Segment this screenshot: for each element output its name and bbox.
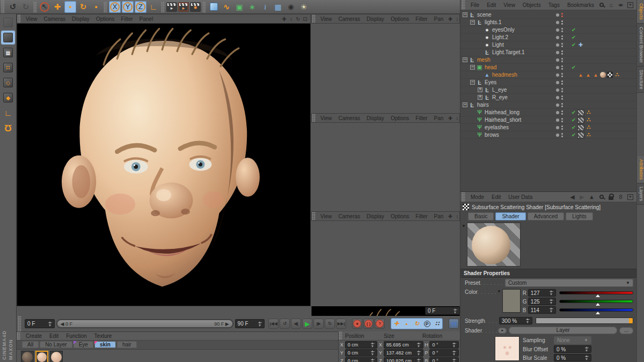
tree-row[interactable]: Hairhead_short ✔	[460, 116, 636, 124]
panel-menu[interactable]: Pan	[431, 16, 447, 23]
history-forward-icon[interactable]: ▶	[579, 194, 586, 201]
object-name[interactable]: scene	[477, 12, 492, 18]
new-panel-icon[interactable]: +	[627, 194, 634, 201]
enabled-check[interactable]: ✔	[570, 79, 577, 85]
toolbar-separator[interactable]	[161, 2, 165, 12]
tree-row[interactable]: eyelashes ✔	[460, 124, 636, 131]
material-swatch-skin[interactable]	[50, 351, 63, 362]
enabled-check[interactable]: ✔	[570, 64, 577, 70]
view-menu[interactable]: View	[317, 16, 335, 23]
color-swatch[interactable]	[502, 289, 521, 313]
tri-tag[interactable]	[592, 72, 599, 78]
function-menu[interactable]: Function	[62, 332, 90, 340]
expand-toggle[interactable]	[470, 110, 475, 115]
play-button[interactable]: ▶	[302, 319, 312, 329]
dots-tag[interactable]	[586, 109, 592, 116]
panel-tab[interactable]: Layers	[637, 183, 644, 205]
objects-menu[interactable]: Objects	[519, 1, 545, 9]
perspective-viewport[interactable]	[17, 24, 311, 306]
panel-grip[interactable]	[462, 0, 465, 10]
previous-frame-button[interactable]: ◀|	[291, 319, 301, 329]
visibility-dots[interactable]	[561, 58, 563, 62]
tree-row[interactable]: R_eye ✔	[460, 94, 636, 101]
viewport-grip[interactable]	[17, 14, 21, 23]
enabled-check[interactable]: ✔	[570, 72, 577, 78]
stepper-icon[interactable]	[550, 290, 553, 295]
hatch-tag[interactable]	[577, 109, 584, 116]
stepper-icon[interactable]	[452, 358, 456, 362]
visibility-dots[interactable]	[561, 13, 563, 17]
strength-slider[interactable]	[536, 317, 633, 324]
tree-row[interactable]: headmesh ✔	[460, 71, 636, 79]
layer-dot[interactable]	[556, 13, 559, 17]
object-name[interactable]: hairs	[477, 102, 489, 108]
viewport-grip[interactable]	[312, 212, 316, 220]
cameras-menu[interactable]: Cameras	[41, 16, 69, 23]
stepper-icon[interactable]	[258, 321, 262, 327]
stepper-icon[interactable]	[550, 299, 553, 304]
enabled-check[interactable]: ✔	[570, 19, 577, 25]
layer-dot[interactable]	[556, 96, 559, 99]
layer-tab[interactable]: hair	[117, 341, 137, 348]
expand-toggle[interactable]	[463, 57, 467, 62]
tex-tag[interactable]	[600, 72, 606, 78]
panel-tab[interactable]: Objects	[637, 0, 644, 24]
tree-row[interactable]: lights.1 ✔	[460, 19, 636, 26]
texture-menu[interactable]: Texture	[91, 332, 116, 340]
options-menu[interactable]: Options	[387, 213, 412, 220]
display-menu[interactable]: Display	[363, 16, 387, 23]
stepper-icon[interactable]	[526, 318, 530, 323]
texture-mode-button[interactable]	[1, 46, 15, 60]
viewport-rotate-icon[interactable]: ↻	[295, 16, 302, 22]
layer-dot[interactable]	[556, 36, 559, 39]
layer-dot[interactable]	[556, 111, 559, 114]
expand-toggle[interactable]	[470, 125, 475, 130]
render-picture-viewer-button[interactable]	[178, 2, 189, 12]
search-icon[interactable]	[598, 2, 605, 9]
viewport-pan-icon[interactable]: ✚	[447, 115, 453, 121]
add-array-button[interactable]: ∗	[246, 1, 258, 13]
toolbar-separator[interactable]	[104, 2, 107, 12]
visibility-dots[interactable]	[561, 88, 563, 92]
edge-mode-button[interactable]	[1, 76, 15, 90]
enabled-check[interactable]: ✔	[570, 132, 577, 138]
visibility-dots[interactable]	[561, 80, 563, 85]
object-name[interactable]: Light.Target.1	[492, 49, 525, 55]
rotate-button[interactable]: ↻	[77, 1, 89, 13]
layer-dot[interactable]	[556, 51, 559, 54]
axis-mode-button[interactable]: ∟	[1, 106, 15, 120]
stepper-icon[interactable]	[417, 350, 421, 356]
object-name[interactable]: Light	[492, 42, 504, 48]
expand-toggle[interactable]	[478, 27, 482, 32]
enabled-check[interactable]: ✔	[570, 42, 577, 48]
enabled-check[interactable]: ✔	[570, 117, 577, 123]
viewport-grip[interactable]	[312, 14, 316, 23]
layer-dot[interactable]	[556, 119, 559, 122]
stepper-icon[interactable]	[371, 342, 375, 348]
enabled-check[interactable]: ✔	[570, 57, 577, 63]
visibility-dots[interactable]	[561, 20, 563, 25]
shader-preview-button[interactable]: ▸	[498, 328, 507, 334]
viewport-zoom-icon[interactable]: ↕	[288, 16, 295, 22]
render-settings-button[interactable]	[190, 2, 201, 12]
new-panel-icon[interactable]: +	[627, 2, 634, 9]
expand-toggle[interactable]	[470, 65, 475, 70]
object-name[interactable]: eyesOnly	[492, 27, 515, 33]
size-field[interactable]: 100.825 cm	[384, 357, 423, 362]
blur-scale-field[interactable]: 0 %	[554, 354, 591, 361]
expand-toggle[interactable]	[478, 35, 482, 40]
object-name[interactable]: Light.2	[492, 34, 508, 40]
viewport-pan-icon[interactable]: ✚	[281, 16, 288, 22]
position-field[interactable]: 0 cm	[345, 349, 377, 357]
object-name[interactable]: Hairhead_short	[485, 117, 521, 123]
enabled-check[interactable]: ✔	[570, 34, 577, 40]
stepper-icon[interactable]	[452, 342, 456, 348]
channel-value-field[interactable]: 125	[528, 298, 556, 305]
stepper-icon[interactable]	[452, 350, 456, 356]
attribute-tab[interactable]: Advanced	[528, 212, 564, 220]
enabled-check[interactable]: ✔	[570, 94, 577, 100]
object-name[interactable]: brows	[485, 132, 499, 138]
expand-toggle[interactable]	[478, 42, 482, 47]
layer-dot[interactable]	[556, 58, 559, 62]
hatch-tag[interactable]	[577, 124, 584, 131]
